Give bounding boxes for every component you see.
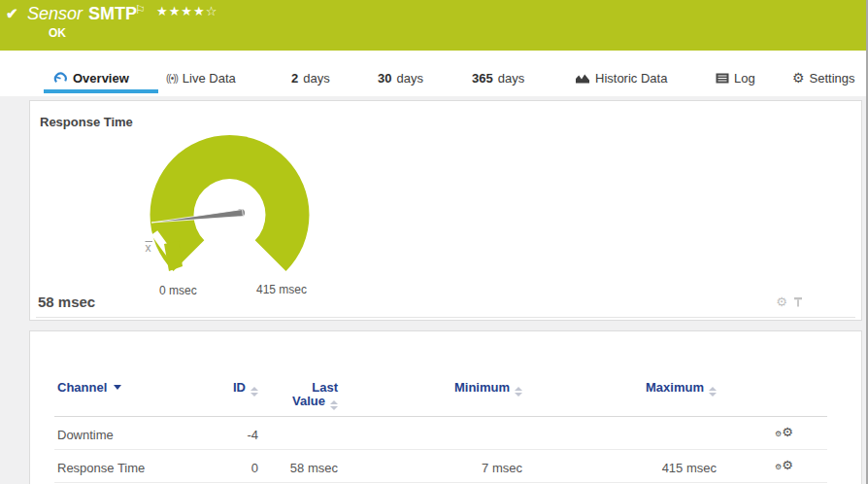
sort-arrows-icon [330,400,338,410]
gauge-panel-toolbar: ⚙ [776,295,803,308]
tab-historic-data[interactable]: Historic Data [575,68,667,87]
active-tab-underline [44,89,158,93]
column-label: Minimum [454,380,510,395]
sort-arrows-icon [515,387,522,397]
tab-30-days[interactable]: 30 days [378,68,423,87]
column-label: Maximum [646,380,704,395]
tab-label: days [303,71,329,86]
priority-flag-icon[interactable]: ⚐ [135,3,146,17]
column-header-maximum[interactable]: Maximum [522,381,717,397]
channel-name: Downtime [54,428,200,442]
tab-label: Settings [810,71,855,86]
response-time-gauge: x [142,127,317,302]
column-label: Last [312,380,338,395]
tab-number: 2 [291,71,298,86]
log-list-icon [716,73,729,84]
gauge-panel-divider [36,317,855,318]
tab-365-days[interactable]: 365 days [472,68,524,87]
sensor-status-badge: OK [49,26,66,40]
gauge-max-label: 415 msec [256,283,307,296]
gear-icon: ⚙ [792,71,805,85]
channel-minimum: 7 msec [338,461,522,475]
response-time-gauge-panel: Response Time x 0 msec 415 msec 58 msec … [29,100,862,321]
gauge-current-value: 58 msec [38,294,95,310]
tab-bar: Overview ((•)) Live Data 2 days 30 days … [0,51,868,96]
area-chart-icon [575,72,590,84]
sort-arrows-icon [250,387,258,397]
channel-last-value: 58 msec [258,461,338,475]
tab-label: days [396,71,422,86]
tab-number: 365 [472,71,493,86]
tab-label: days [498,71,524,86]
tab-log[interactable]: Log [716,68,755,87]
column-label: Channel [57,380,107,395]
tab-label: Live Data [183,71,236,86]
sensor-title: SensorSMTP [27,4,137,24]
channel-name: Response Time [54,461,200,475]
channel-settings-gears-icon[interactable]: ⚙⚙ [775,428,793,443]
column-header-channel[interactable]: Channel [54,381,200,395]
tab-settings[interactable]: ⚙ Settings [792,68,855,87]
sensor-title-name: SMTP [88,4,137,23]
tab-live-data[interactable]: ((•)) Live Data [166,68,236,87]
sensor-header: ✔ SensorSMTP ⚐ ★★★★☆ OK [0,0,868,51]
column-label: ID [233,380,246,395]
tab-2-days[interactable]: 2 days [291,68,330,87]
tab-overview[interactable]: Overview [53,68,129,87]
channel-id: 0 [200,461,258,475]
priority-stars[interactable]: ★★★★☆ [156,4,217,18]
star-empty: ☆ [206,4,218,18]
table-row-downtime: Downtime -4 ⚙⚙ [54,417,827,450]
average-marker-label: x [146,241,151,255]
tab-label: Overview [73,71,129,86]
gauge-settings-gear-icon[interactable]: ⚙ [776,295,787,308]
column-label: Value [292,394,325,408]
tab-label: Historic Data [595,71,667,86]
gauge-min-label: 0 msec [159,284,197,297]
sort-arrows-icon [709,387,717,397]
column-header-last-value[interactable]: Last Value [258,381,338,410]
tab-number: 30 [378,71,391,86]
channel-table-header: Channel ID Last Value Minimum Maximum [54,368,827,417]
column-header-id[interactable]: ID [200,381,258,397]
channel-settings-gears-icon[interactable]: ⚙⚙ [775,461,793,476]
tab-label: Log [734,71,755,86]
channel-table-panel: Channel ID Last Value Minimum Maximum Do… [29,330,862,484]
gauge-panel-title: Response Time [40,115,133,129]
channel-maximum: 415 msec [522,461,717,475]
sensor-title-prefix: Sensor [27,4,83,23]
status-ok-check-icon: ✔ [6,5,18,22]
sort-caret-down-icon [114,385,121,390]
column-header-minimum[interactable]: Minimum [338,381,522,397]
table-row-response-time: Response Time 0 58 msec 7 msec 415 msec … [54,450,827,483]
channel-id: -4 [200,428,258,442]
channel-table: Channel ID Last Value Minimum Maximum Do… [54,368,827,483]
gauge-icon [53,71,68,86]
stars-filled: ★★★★ [156,4,206,18]
pin-icon[interactable] [793,296,803,308]
broadcast-icon: ((•)) [166,73,178,84]
